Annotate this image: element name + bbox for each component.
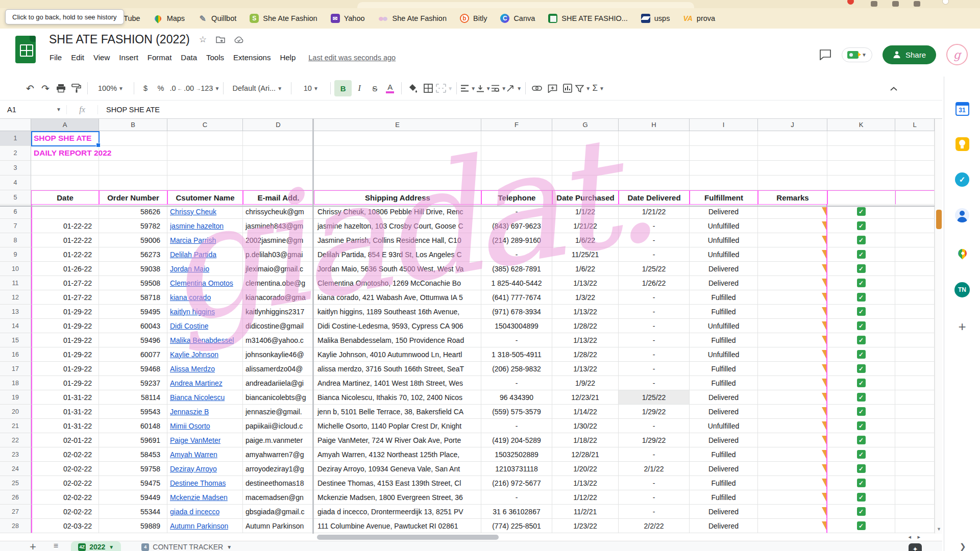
font-select[interactable]: Default (Ari...▼ [227,80,287,96]
cell-order-number[interactable]: 60148 [99,419,167,433]
cell[interactable] [827,190,895,205]
cell-remarks[interactable] [758,376,827,390]
checked-checkbox[interactable]: ✓ [857,493,866,502]
cell-customer-name[interactable]: Malika Benabdessel [167,333,243,347]
bookmark-item[interactable]: CCanva [500,14,535,23]
cell-date-delivered[interactable]: 1/25/22 [619,262,690,276]
cell[interactable] [895,190,935,205]
row-number[interactable]: 26 [0,490,31,505]
bold-button[interactable]: B [334,80,352,96]
cell-fulfillment[interactable]: Fulfilled [690,490,758,505]
cell-order-number[interactable]: 59496 [99,333,167,347]
cell-date-purchased[interactable]: 1/6/22 [552,233,619,247]
cell-telephone[interactable]: (385) 628-7891 [481,262,552,276]
cell-order-number[interactable]: 58453 [99,447,167,462]
cell-fulfillment[interactable]: Fulfilled [690,447,758,462]
cell-fulfillment[interactable]: Unfulfilled [690,219,758,233]
checked-checkbox[interactable]: ✓ [857,479,866,487]
cell-email[interactable]: kianacorado@gma [243,290,314,305]
print-button[interactable] [53,80,68,96]
menu-data[interactable]: Data [176,51,202,64]
cell[interactable] [758,176,827,190]
cell-remarks[interactable] [758,333,827,347]
cell-remarks[interactable] [758,233,827,247]
cell-shipping-address[interactable]: kiana corado, 421 Wabash Ave, Ottumwa IA… [314,290,481,305]
column-header-C[interactable]: C [167,119,243,131]
cell[interactable] [895,433,935,447]
cell-email[interactable]: macemadsen@gn [243,490,314,505]
keep-icon[interactable] [955,137,969,151]
cell[interactable] [99,176,167,190]
cell-email[interactable]: arroyodeziray1@g [243,462,314,476]
cell-checkbox[interactable]: ✓ [827,219,895,233]
cell-customer-name[interactable]: Jennaszie B [167,405,243,419]
cell-date-purchased[interactable]: 1/28/22 [552,319,619,333]
cell-customer-name[interactable]: Amyah Warren [167,447,243,462]
cell-date-delivered[interactable]: 2/2/22 [619,519,690,533]
row-number[interactable]: 25 [0,476,31,490]
cell-remarks[interactable] [758,433,827,447]
italic-button[interactable]: I [352,80,367,96]
cell-checkbox[interactable]: ✓ [827,433,895,447]
cell[interactable] [895,333,935,347]
cell-checkbox[interactable]: ✓ [827,476,895,490]
customer-link[interactable]: Kaylie Johnson [170,350,218,359]
horizontal-scrollbar[interactable]: ◂ ▸ [31,534,935,541]
cloud-saved-icon[interactable] [234,36,244,43]
checked-checkbox[interactable]: ✓ [857,436,866,444]
customer-link[interactable]: Jordan Maio [170,265,209,273]
bookmark-item[interactable]: ✎Quillbot [198,14,236,23]
cell[interactable] [827,161,895,176]
cell-checkbox[interactable]: ✓ [827,333,895,347]
vertical-scrollbar-thumb[interactable] [936,210,942,229]
checked-checkbox[interactable]: ✓ [857,421,866,430]
cell-order-number[interactable]: 59006 [99,233,167,247]
checked-checkbox[interactable]: ✓ [857,393,866,402]
customer-link[interactable]: Marcia Parrish [170,236,216,244]
cell-customer-name[interactable]: Paige VanMeter [167,433,243,447]
cell-order-number[interactable]: 59543 [99,405,167,419]
cell-date-purchased[interactable]: 1/14/22 [552,405,619,419]
cell-order-number[interactable]: 59468 [99,362,167,376]
cell-date[interactable]: 01-22-22 [31,247,99,262]
row-number[interactable]: 24 [0,462,31,476]
cell-order-number[interactable]: 59758 [99,462,167,476]
cell-checkbox[interactable]: ✓ [827,305,895,319]
cell-date[interactable]: 01-29-22 [31,362,99,376]
cell-email[interactable]: 2002jasmine@gm [243,233,314,247]
cell[interactable] [895,376,935,390]
row-number[interactable]: 6 [0,205,31,219]
customer-link[interactable]: Paige VanMeter [170,436,220,444]
cell-order-number[interactable]: 59237 [99,376,167,390]
last-edit-status[interactable]: Last edit was seconds ago [308,54,396,62]
menu-insert[interactable]: Insert [114,51,143,64]
cell[interactable] [895,519,935,533]
table-header-phone[interactable]: Telephone [481,190,552,205]
cell-customer-name[interactable]: kaitlyn higgins [167,305,243,319]
customer-link[interactable]: Malika Benabdessel [170,336,234,344]
cell[interactable] [895,146,935,161]
customer-link[interactable]: Chrissy Cheuk [170,208,216,216]
cell-date[interactable]: 01-31-22 [31,390,99,405]
checked-checkbox[interactable]: ✓ [857,221,866,230]
cell-telephone[interactable]: 96 434390 [481,390,552,405]
cell-telephone[interactable]: - [481,419,552,433]
cell-order-number[interactable]: 58626 [99,205,167,219]
cell[interactable] [481,146,552,161]
cell-checkbox[interactable]: ✓ [827,419,895,433]
cell[interactable] [167,176,243,190]
cell-email[interactable]: alissamerdzo04@ [243,362,314,376]
cell-date-delivered[interactable]: - [619,305,690,319]
cell-date[interactable]: 01-31-22 [31,419,99,433]
customer-link[interactable]: Clementina Omotos [170,279,233,287]
cell-remarks[interactable] [758,290,827,305]
cell[interactable] [895,319,935,333]
cell-date-delivered[interactable]: - [619,219,690,233]
cell-date-purchased[interactable]: 11/2/21 [552,505,619,519]
cell-customer-name[interactable]: Andrea Martinez [167,376,243,390]
cell-remarks[interactable] [758,390,827,405]
table-header-date[interactable]: Date [31,190,99,205]
cell-email[interactable]: kaitlynhiggins2317 [243,305,314,319]
cell-date-purchased[interactable]: 1/20/22 [552,462,619,476]
cell-fulfillment[interactable]: Fulfilled [690,290,758,305]
